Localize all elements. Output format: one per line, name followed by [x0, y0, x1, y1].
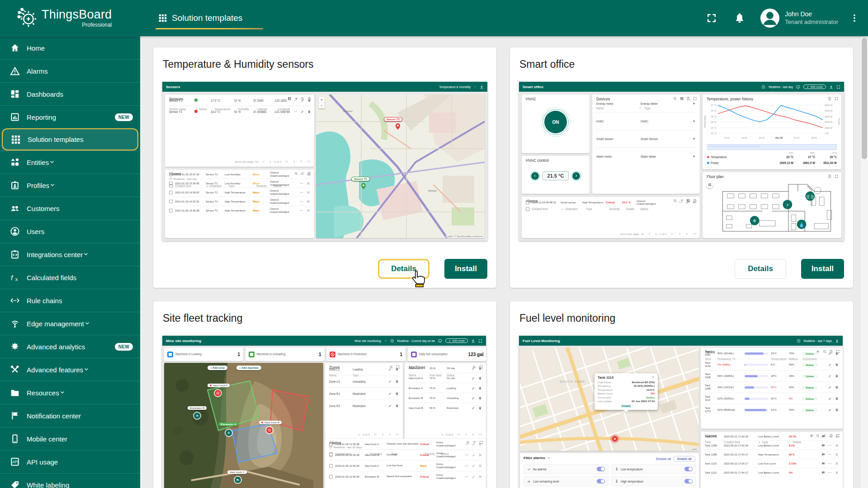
alarm-row[interactable]: 2026-01-05 12:36:28 Excavator B Speed li… — [329, 471, 482, 482]
table-row[interactable]: Sensor T2 23.0 °C 51 % 37.493881 -121.94… — [169, 106, 310, 117]
pencil-icon[interactable] — [472, 406, 475, 410]
first-page-icon[interactable] — [457, 433, 460, 436]
close-icon[interactable] — [478, 453, 482, 457]
checkbox[interactable] — [169, 209, 173, 212]
scrollbar-thumb[interactable] — [862, 38, 867, 159]
close-icon[interactable] — [478, 442, 482, 446]
more-icon[interactable] — [300, 182, 303, 185]
disable-all-button[interactable]: Disable all — [656, 457, 671, 460]
close-icon[interactable] — [478, 464, 482, 468]
close-icon[interactable] — [307, 182, 310, 185]
next-page-icon[interactable] — [300, 160, 303, 163]
toggle-switch[interactable] — [684, 467, 693, 471]
sidebar-item[interactable]: Rule chains — [0, 289, 140, 312]
alarm-row[interactable]: 2021-01-20 14:36:52 Sensor T1 High Tempe… — [169, 188, 310, 197]
expand-row-icon[interactable] — [692, 137, 696, 141]
tank-tooltip[interactable]: Tank 1113 Liquid typeBiodiesel B5 (5%) R… — [594, 373, 658, 410]
fullscreen-icon[interactable] — [835, 174, 839, 178]
alarm-filter-toggle[interactable]: Low remaining level — [524, 476, 609, 486]
machine-marker[interactable] — [266, 427, 273, 433]
sidebar-item[interactable]: Users — [0, 220, 140, 243]
legend-row[interactable]: Temperature 23 °C 27 °C 25 °C — [707, 154, 837, 160]
chart-icon[interactable] — [294, 110, 297, 113]
legend-row[interactable]: Power 2005.13 W 4961.9 W 3511.93 W — [707, 160, 837, 166]
install-button[interactable]: Install — [801, 259, 844, 279]
alarm-row[interactable]: Tank 1113 2023-06-22 17:04:17 Low Batter… — [705, 468, 839, 477]
sidebar-item[interactable]: Integrations center — [0, 243, 140, 266]
device-row[interactable]: HVAC HVAC — [596, 112, 696, 130]
machine-marker[interactable] — [215, 390, 221, 396]
expand-row-icon[interactable] — [692, 102, 696, 105]
tank-row[interactable]: Tank 1113 22% (20281L) 20°C 5% Online — [705, 393, 839, 404]
alarm-filter-toggle[interactable]: High temperature — [611, 476, 696, 486]
first-page-icon[interactable] — [374, 433, 377, 436]
close-icon[interactable] — [835, 444, 839, 447]
trash-icon[interactable] — [835, 385, 839, 389]
alarm-row[interactable]: Tank 1288 2023-06-22 17:04:17 High Tempe… — [705, 450, 839, 459]
more-icon[interactable] — [828, 471, 832, 474]
checkbox[interactable] — [329, 453, 333, 457]
comment-icon[interactable] — [821, 471, 825, 474]
comment-icon[interactable] — [821, 435, 825, 438]
alarm-row[interactable]: 2021-01-20 14:30:38 Sensor T2 High Tempe… — [169, 206, 310, 215]
trash-icon[interactable] — [835, 352, 839, 355]
sidebar-item[interactable]: White labeling — [0, 473, 140, 488]
more-icon[interactable] — [828, 462, 832, 465]
more-icon[interactable] — [465, 453, 468, 457]
pencil-icon[interactable] — [828, 385, 832, 389]
pencil-icon[interactable] — [388, 367, 392, 371]
sidebar-item[interactable]: Notification center — [0, 404, 140, 427]
more-icon[interactable] — [465, 475, 468, 479]
prev-page-icon[interactable] — [292, 160, 296, 163]
trash-icon[interactable] — [395, 380, 399, 383]
trash-icon[interactable] — [478, 366, 482, 370]
trash-icon[interactable] — [307, 110, 311, 113]
close-icon[interactable] — [651, 375, 655, 379]
pencil-icon[interactable] — [472, 396, 475, 400]
hvac-on-button[interactable]: ON — [544, 111, 567, 133]
user-info[interactable]: John Doe Tenant administrator — [785, 10, 838, 26]
edit-mode-button[interactable]: Edit mode — [803, 84, 826, 89]
monitor-icon[interactable] — [796, 85, 800, 89]
sidebar-item[interactable]: Customers — [0, 197, 140, 220]
kpi-card[interactable]: Machines in Loading 1 — [164, 347, 243, 361]
expand-row-icon[interactable] — [692, 155, 696, 158]
tank-map-pin[interactable] — [612, 436, 618, 441]
pencil-icon[interactable] — [388, 404, 392, 408]
checkbox[interactable] — [169, 173, 173, 176]
zone-row[interactable]: Zone L1 Loading — [329, 363, 399, 375]
next-page-icon[interactable] — [472, 433, 475, 436]
alarm-row[interactable]: 2025-12-03 09:48:10 Smart sensor High Te… — [526, 197, 696, 208]
trash-icon[interactable] — [835, 408, 839, 412]
export-icon[interactable] — [828, 174, 832, 178]
machine-row[interactable]: Haul truck B 55 % Restricted — [409, 403, 482, 413]
alarm-row[interactable]: 2021-01-20 15:37:23 Sensor T1 Low Humidi… — [169, 169, 310, 178]
pencil-icon[interactable] — [388, 380, 392, 383]
zoom-in-button[interactable]: + — [319, 97, 325, 103]
last-page-icon[interactable] — [396, 433, 399, 436]
download-icon[interactable] — [471, 339, 475, 343]
enable-all-button[interactable]: Enable all — [674, 456, 695, 462]
machine-marker[interactable] — [226, 430, 232, 436]
sensors-map[interactable]: +− Fremont Milpitas Sensor T2 Sensor T1 … — [316, 94, 485, 238]
alarm-row[interactable]: Tank 1289 2023-06-22 17:04:18 Low Batter… — [705, 441, 839, 450]
machine-marker[interactable] — [235, 477, 241, 483]
fuel-map[interactable]: SOUTH PARK Tank 1113 Liquid typeBiodiese… — [520, 347, 699, 451]
sidebar-item[interactable]: Solution templates — [2, 128, 138, 150]
more-icon[interactable] — [300, 191, 303, 194]
pencil-icon[interactable] — [301, 110, 304, 113]
sidebar-item[interactable]: Profiles — [0, 174, 140, 197]
pencil-icon[interactable] — [828, 352, 832, 355]
machine-label[interactable]: Haul truck A — [208, 384, 230, 387]
prev-page-icon[interactable] — [678, 232, 681, 235]
close-icon[interactable] — [478, 475, 482, 479]
last-page-icon[interactable] — [693, 232, 696, 235]
trash-icon[interactable] — [478, 386, 482, 390]
more-icon[interactable] — [828, 453, 832, 456]
notifications-bell-icon[interactable] — [734, 13, 745, 23]
prev-page-icon[interactable] — [381, 433, 384, 436]
sidebar-item[interactable]: Mobile center — [0, 427, 140, 450]
sidebar-item[interactable]: Dashboards — [0, 82, 140, 105]
more-icon[interactable] — [465, 464, 468, 468]
machine-row[interactable]: Excavator B 75 % Unloading — [409, 393, 482, 403]
